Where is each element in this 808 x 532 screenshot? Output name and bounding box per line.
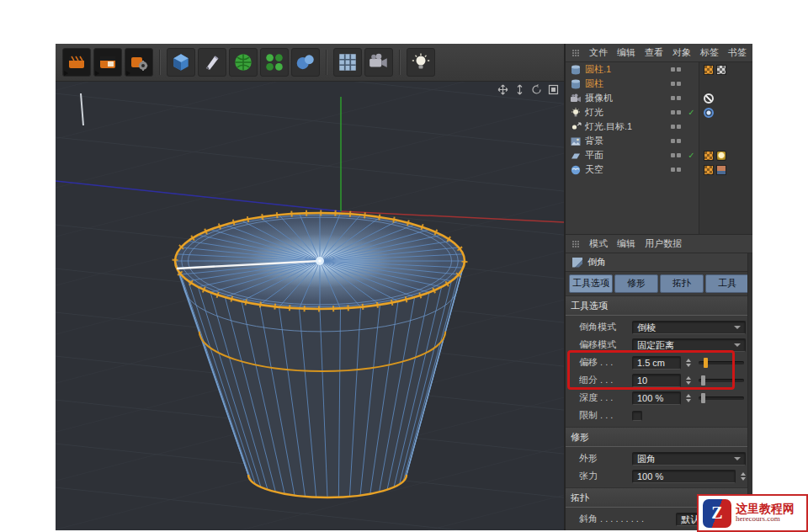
visibility-dots[interactable]	[671, 168, 681, 172]
offset-stepper[interactable]	[686, 359, 691, 367]
render-dot[interactable]	[677, 110, 681, 114]
editor-dot[interactable]	[671, 153, 675, 157]
compositing-tag-icon[interactable]	[716, 151, 726, 161]
editor-dot[interactable]	[671, 67, 675, 72]
slider-handle[interactable]	[701, 375, 705, 386]
object-name[interactable]: 圆柱.1	[585, 63, 611, 76]
object-row-cylinder[interactable]: 圆柱	[566, 77, 752, 91]
bevel-mode-dropdown[interactable]: 倒棱	[632, 321, 746, 334]
editor-dot[interactable]	[671, 125, 675, 129]
tab-shaping[interactable]: 修形	[614, 274, 658, 293]
texture-tag-icon[interactable]	[704, 65, 714, 75]
object-name[interactable]: 背景	[585, 135, 603, 147]
visibility-dots[interactable]	[671, 125, 681, 129]
camera-icon[interactable]	[364, 48, 393, 77]
toggle-maximize-icon[interactable]	[548, 84, 559, 95]
group-header-tool-options[interactable]: 工具选项	[566, 295, 752, 316]
object-row-cylinder1[interactable]: 圆柱.1	[566, 62, 752, 77]
offset-mode-dropdown[interactable]: 固定距离	[632, 338, 746, 352]
mograph-grid-icon[interactable]	[333, 48, 362, 77]
cube-primitive-icon[interactable]	[167, 48, 195, 77]
render-dot[interactable]	[677, 82, 681, 86]
group-header-shaping[interactable]: 修形	[566, 427, 752, 447]
slider-handle[interactable]	[701, 393, 705, 403]
panel-grip-icon[interactable]	[571, 240, 580, 248]
object-name[interactable]: 灯光	[585, 106, 603, 119]
menu-bookmarks[interactable]: 书签	[728, 46, 747, 59]
menu-edit[interactable]: 编辑	[617, 46, 635, 59]
enabled-check-icon[interactable]: ✓	[686, 108, 697, 117]
object-name[interactable]: 天空	[585, 163, 603, 176]
subdivision-surface-icon[interactable]	[229, 48, 258, 77]
orbit-icon[interactable]	[531, 84, 542, 95]
spline-pen-icon[interactable]	[198, 48, 226, 77]
subdivision-slider[interactable]	[699, 379, 744, 382]
visibility-dots[interactable]	[671, 96, 681, 100]
tab-tool-options[interactable]: 工具选项	[569, 274, 613, 293]
object-name[interactable]: 圆柱	[585, 77, 603, 90]
panel-grip-icon[interactable]	[571, 49, 580, 57]
menu-view[interactable]: 查看	[645, 46, 663, 59]
dolly-icon[interactable]	[514, 84, 525, 95]
editor-dot[interactable]	[671, 168, 675, 172]
limit-checkbox[interactable]	[632, 411, 642, 421]
shape-dropdown[interactable]: 圆角	[632, 452, 746, 466]
visibility-dots[interactable]	[671, 110, 681, 114]
3d-viewport[interactable]	[56, 82, 564, 530]
slider-handle[interactable]	[704, 358, 708, 368]
object-row-background[interactable]: 背景	[566, 134, 752, 148]
array-generator-icon[interactable]	[260, 48, 289, 77]
render-dot[interactable]	[677, 125, 681, 129]
attribute-scrollbar[interactable]	[747, 253, 752, 530]
offset-slider[interactable]	[699, 361, 744, 364]
protection-tag-icon[interactable]	[704, 93, 714, 104]
object-row-plane[interactable]: 平面 ✓	[566, 148, 752, 162]
menu-object[interactable]: 对象	[672, 46, 691, 59]
texture-tag-icon[interactable]	[704, 151, 714, 161]
render-picture-viewer-icon[interactable]	[93, 48, 122, 77]
object-row-light[interactable]: 灯光 ✓	[566, 105, 752, 120]
target-tag-icon[interactable]	[704, 108, 714, 118]
depth-value-input[interactable]: 100 %	[632, 391, 681, 405]
object-name[interactable]: 灯光.目标.1	[585, 120, 632, 133]
editor-dot[interactable]	[671, 110, 675, 114]
menu-edit[interactable]: 编辑	[617, 237, 635, 250]
editor-dot[interactable]	[671, 96, 675, 100]
render-settings-icon[interactable]	[125, 48, 153, 77]
viewport-canvas[interactable]	[56, 82, 564, 530]
sky-material-tag-icon[interactable]	[716, 165, 726, 175]
visibility-dots[interactable]	[671, 139, 681, 143]
menu-user-data[interactable]: 用户数据	[645, 237, 682, 250]
menu-mode[interactable]: 模式	[589, 237, 608, 250]
editor-dot[interactable]	[671, 82, 675, 86]
object-row-light-target[interactable]: 灯光.目标.1	[566, 120, 752, 134]
render-dot[interactable]	[677, 153, 681, 157]
depth-slider[interactable]	[699, 396, 744, 400]
phong-tag-icon[interactable]	[716, 65, 726, 75]
render-dot[interactable]	[677, 96, 681, 100]
depth-stepper[interactable]	[686, 394, 691, 402]
render-view-icon[interactable]	[62, 48, 91, 77]
tension-value-input[interactable]: 100 %	[632, 470, 736, 483]
editor-dot[interactable]	[671, 139, 675, 143]
menu-file[interactable]: 文件	[589, 46, 608, 59]
tab-topology[interactable]: 拓扑	[660, 274, 704, 293]
offset-value-input[interactable]: 1.5 cm	[632, 356, 681, 370]
tension-stepper[interactable]	[741, 472, 746, 481]
render-dot[interactable]	[677, 67, 681, 72]
visibility-dots[interactable]	[671, 153, 681, 157]
texture-tag-icon[interactable]	[704, 165, 714, 175]
object-name[interactable]: 摄像机	[585, 92, 613, 104]
render-dot[interactable]	[677, 168, 681, 172]
object-row-sky[interactable]: 天空	[566, 162, 752, 177]
render-dot[interactable]	[677, 139, 681, 143]
tab-tool[interactable]: 工具	[705, 274, 749, 293]
subdivision-value-input[interactable]: 10	[632, 374, 681, 387]
subdivision-stepper[interactable]	[686, 376, 691, 385]
menu-tags[interactable]: 标签	[700, 46, 719, 59]
visibility-dots[interactable]	[671, 82, 681, 86]
object-name[interactable]: 平面	[585, 149, 603, 162]
metaball-icon[interactable]	[291, 48, 320, 77]
pan-icon[interactable]	[497, 84, 508, 95]
enabled-check-icon[interactable]: ✓	[686, 151, 697, 160]
